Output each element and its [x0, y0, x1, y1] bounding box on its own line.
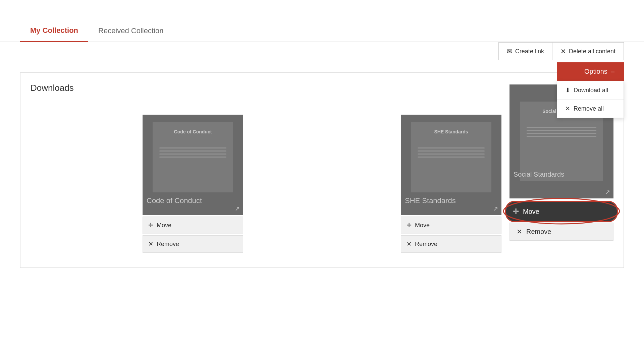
- card-doc-lines-right: [418, 145, 485, 160]
- card-actions-right: ✛ Move ✕ Remove: [401, 217, 501, 253]
- x-icon-right: ✕: [407, 240, 412, 248]
- doc-line: [418, 150, 485, 152]
- tab-received-collection[interactable]: Received Collection: [88, 20, 173, 42]
- remove-label-left: Remove: [157, 241, 179, 248]
- options-dropdown: ⬇ Download all ✕ Remove all: [557, 81, 624, 118]
- card-image-code-of-conduct[interactable]: Code of Conduct Code of Conduct ↗: [143, 115, 243, 215]
- doc-line: [159, 147, 226, 148]
- move-label-left: Move: [157, 222, 171, 229]
- doc-line: [418, 147, 485, 148]
- move-icon-right: ✛: [407, 222, 412, 229]
- remove-button-right[interactable]: ✕ Remove: [401, 235, 501, 253]
- context-move-button[interactable]: ✛ Move: [506, 202, 617, 221]
- x-context-icon: ✕: [517, 228, 522, 236]
- doc-line: [527, 133, 596, 134]
- download-icon: ⬇: [565, 86, 570, 94]
- doc-line: [418, 154, 485, 155]
- card-name-left: Code of Conduct: [143, 192, 243, 208]
- doc-line: [527, 136, 596, 137]
- context-remove-button[interactable]: ✕ Remove: [509, 223, 613, 241]
- card-image-right[interactable]: SHE Standards SHE Standards ↗: [401, 115, 501, 215]
- doc-line: [159, 157, 226, 158]
- options-label: Options: [584, 68, 607, 75]
- downloads-container: Downloads Code of Conduct Code of C: [20, 72, 624, 268]
- remove-all-label: Remove all: [574, 105, 604, 112]
- arrow-icon-right: ↗: [493, 205, 498, 213]
- x-icon: ✕: [560, 47, 566, 55]
- delete-all-button[interactable]: ✕ Delete all content: [552, 42, 624, 60]
- doc-line: [527, 127, 596, 128]
- card-she-standards: SHE Standards SHE Standards ↗ ✛: [401, 115, 501, 254]
- move-button-right[interactable]: ✛ Move: [401, 217, 501, 234]
- context-remove-label: Remove: [526, 228, 551, 236]
- card-doc-title-right: SHE Standards: [434, 129, 468, 135]
- x-icon-left: ✕: [148, 240, 153, 248]
- card-code-of-conduct: Code of Conduct Code of Conduct ↗ ✛: [143, 115, 243, 254]
- card-doc-title-left: Code of Conduct: [174, 129, 212, 135]
- create-link-button[interactable]: ✉ Create link: [498, 42, 552, 60]
- card-doc-lines-center: [527, 125, 596, 139]
- move-label-right: Move: [415, 222, 430, 229]
- move-crosshair-icon: ✛: [513, 207, 519, 216]
- download-all-button[interactable]: ⬇ Download all: [557, 81, 624, 100]
- download-all-label: Download all: [574, 87, 608, 94]
- move-button-left[interactable]: ✛ Move: [143, 217, 243, 234]
- card-doc-lines: [159, 145, 226, 160]
- x-remove-icon: ✕: [565, 105, 570, 112]
- tab-my-collection[interactable]: My Collection: [20, 20, 88, 42]
- card-actions-left: ✛ Move ✕ Remove: [143, 217, 243, 253]
- context-move-label: Move: [523, 208, 539, 216]
- move-icon-left: ✛: [148, 222, 153, 229]
- main-area: ✉ Create link ✕ Delete all content Optio…: [0, 42, 644, 281]
- delete-all-label: Delete all content: [569, 48, 615, 55]
- top-actions: ✉ Create link ✕ Delete all content: [498, 42, 624, 60]
- remove-button-left[interactable]: ✕ Remove: [143, 235, 243, 253]
- envelope-icon: ✉: [507, 47, 513, 55]
- minus-icon: –: [611, 68, 614, 75]
- tabs-bar: My Collection Received Collection: [0, 20, 644, 42]
- doc-line: [418, 157, 485, 158]
- card-name-right: SHE Standards: [401, 192, 501, 208]
- options-button[interactable]: Options –: [557, 62, 624, 81]
- remove-all-button[interactable]: ✕ Remove all: [557, 100, 624, 118]
- context-menu: ✛ Move ✕ Remove: [509, 202, 613, 241]
- arrow-icon-center: ↗: [605, 188, 610, 196]
- card-name-center: Social Standards: [509, 167, 613, 182]
- remove-label-right: Remove: [415, 241, 437, 248]
- card-image-inner-right: SHE Standards: [411, 122, 491, 192]
- cards-wrapper: Code of Conduct Code of Conduct ↗ ✛: [31, 103, 613, 254]
- doc-line: [527, 130, 596, 131]
- options-area: Options – ⬇ Download all ✕ Remove all: [557, 62, 624, 118]
- doc-line: [159, 150, 226, 152]
- doc-line: [159, 154, 226, 155]
- arrow-icon-left: ↗: [235, 205, 240, 213]
- card-image-inner: Code of Conduct: [153, 122, 233, 192]
- create-link-label: Create link: [515, 48, 544, 55]
